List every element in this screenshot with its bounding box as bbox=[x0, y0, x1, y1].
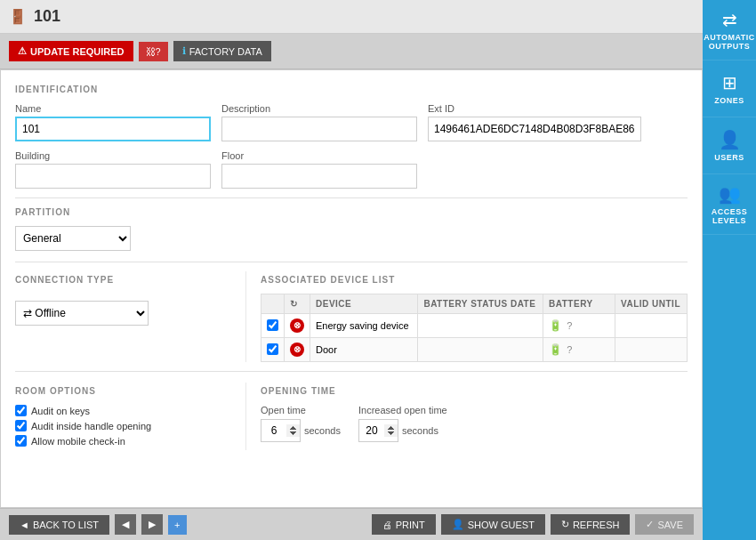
info-icon: ℹ bbox=[182, 45, 186, 57]
increased-open-time-label: Increased open time bbox=[358, 405, 447, 415]
partition-section: PARTITION General bbox=[15, 207, 688, 251]
open-time-field: Open time seconds bbox=[261, 405, 341, 442]
device-status-icon-0: ⊗ bbox=[285, 314, 310, 338]
name-input[interactable] bbox=[15, 117, 211, 141]
battery-question-0: ? bbox=[567, 320, 572, 331]
device-name-0: Energy saving device bbox=[310, 314, 418, 338]
room-opening-section: ROOM OPTIONS Audit on keys Audit inside … bbox=[15, 383, 688, 450]
room-options-header: ROOM OPTIONS bbox=[15, 386, 231, 396]
opening-time-fields: Open time seconds Increased open time bbox=[261, 405, 688, 442]
room-option-2: Allow mobile check-in bbox=[15, 435, 231, 447]
col-battery-date: BATTERY STATUS DATE bbox=[418, 294, 543, 314]
device-row-0: ⊗ Energy saving device 🔋 ? bbox=[261, 314, 688, 338]
prev-icon: ◀ bbox=[122, 519, 129, 529]
col-refresh-icon: ↻ bbox=[285, 294, 310, 314]
valid-until-1 bbox=[615, 338, 688, 362]
col-device: DEVICE bbox=[310, 294, 418, 314]
room-option-check-2[interactable] bbox=[15, 435, 27, 447]
device-row-1: ⊗ Door 🔋 ? bbox=[261, 338, 688, 362]
automatic-outputs-icon: ⇄ bbox=[722, 9, 737, 30]
zones-icon: ⊞ bbox=[722, 72, 737, 93]
sidebar-item-automatic-outputs[interactable]: ⇄ AUTOMATIC OUTPUTS bbox=[703, 0, 756, 60]
open-time-input[interactable] bbox=[261, 419, 301, 442]
save-button[interactable]: ✓ SAVE bbox=[635, 514, 694, 535]
back-to-list-button[interactable]: ◄ BACK TO LIST bbox=[9, 515, 109, 535]
device-check-input-1[interactable] bbox=[267, 343, 278, 355]
print-button[interactable]: 🖨 PRINT bbox=[372, 514, 436, 535]
users-label: USERS bbox=[714, 153, 744, 162]
opening-time-section: OPENING TIME Open time seconds Increase bbox=[246, 383, 688, 450]
room-option-check-1[interactable] bbox=[15, 420, 27, 431]
floor-field: Floor bbox=[221, 150, 417, 189]
room-option-check-0[interactable] bbox=[15, 405, 27, 416]
show-guest-button[interactable]: 👤 SHOW GUEST bbox=[441, 514, 545, 535]
connection-type-header: CONNECTION TYPE bbox=[15, 275, 231, 285]
increased-open-time-field: Increased open time seconds bbox=[358, 405, 447, 442]
associated-device-section: ASSOCIATED DEVICE LIST ↻ DEVICE BATTERY … bbox=[246, 271, 688, 362]
right-sidebar: ⇄ AUTOMATIC OUTPUTS ⊞ ZONES 👤 USERS 👥 AC… bbox=[703, 0, 756, 540]
building-input[interactable] bbox=[15, 164, 211, 189]
room-option-label-2: Allow mobile check-in bbox=[31, 436, 125, 447]
sidebar-item-zones[interactable]: ⊞ ZONES bbox=[703, 60, 756, 117]
description-label: Description bbox=[221, 103, 417, 114]
battery-icon-1: 🔋 bbox=[549, 343, 562, 356]
print-icon: 🖨 bbox=[382, 520, 392, 530]
link-icon: ⛓? bbox=[146, 46, 161, 57]
device-error-icon-1: ⊗ bbox=[290, 343, 304, 357]
ext-id-input[interactable] bbox=[428, 117, 641, 141]
col-battery: BATTERY bbox=[543, 294, 615, 314]
increased-open-time-input[interactable] bbox=[358, 419, 398, 442]
update-required-button[interactable]: ⚠ UPDATE REQUIRED bbox=[9, 41, 133, 61]
ext-id-label: Ext ID bbox=[428, 103, 641, 114]
warning-icon: ⚠ bbox=[18, 45, 27, 57]
open-time-label: Open time bbox=[261, 405, 341, 415]
device-check-input-0[interactable] bbox=[267, 319, 278, 331]
room-option-0: Audit on keys bbox=[15, 405, 231, 416]
ext-id-field: Ext ID bbox=[428, 103, 641, 141]
partition-select[interactable]: General bbox=[15, 226, 131, 251]
factory-data-button[interactable]: ℹ FACTORY DATA bbox=[173, 41, 271, 61]
add-button[interactable]: + bbox=[168, 515, 186, 535]
identification-fields: Name Description Ext ID bbox=[15, 103, 688, 141]
room-options-section: ROOM OPTIONS Audit on keys Audit inside … bbox=[15, 383, 246, 450]
sidebar-item-users[interactable]: 👤 USERS bbox=[703, 117, 756, 174]
refresh-button[interactable]: ↻ REFRESH bbox=[551, 514, 631, 535]
valid-until-0 bbox=[615, 314, 688, 338]
col-valid-until: VALID UNTIL bbox=[615, 294, 688, 314]
opening-time-header: OPENING TIME bbox=[261, 386, 688, 396]
description-input[interactable] bbox=[221, 117, 417, 141]
device-error-icon-0: ⊗ bbox=[290, 318, 304, 333]
link-question-button[interactable]: ⛓? bbox=[139, 42, 168, 61]
form-scroll-area: IDENTIFICATION Name Description Ext ID bbox=[0, 69, 703, 508]
footer: ◄ BACK TO LIST ◀ ▶ + 🖨 PRINT 👤 SHOW GUES… bbox=[0, 508, 703, 540]
increased-open-time-unit: seconds bbox=[402, 425, 438, 436]
floor-label: Floor bbox=[221, 150, 417, 161]
battery-icon-0: 🔋 bbox=[549, 319, 562, 332]
description-field: Description bbox=[221, 103, 417, 141]
battery-status-1: 🔋 ? bbox=[543, 338, 615, 362]
prev-button[interactable]: ◀ bbox=[115, 514, 136, 535]
page-title: 101 bbox=[34, 7, 60, 26]
floor-input[interactable] bbox=[221, 164, 417, 189]
room-option-label-0: Audit on keys bbox=[31, 406, 90, 416]
device-table: ↻ DEVICE BATTERY STATUS DATE BATTERY VAL… bbox=[261, 294, 688, 362]
sidebar-item-access-levels[interactable]: 👥 ACCESS LEVELS bbox=[703, 174, 756, 235]
device-checkbox-1 bbox=[261, 338, 285, 362]
battery-date-1 bbox=[418, 338, 543, 362]
device-checkbox-0 bbox=[261, 314, 285, 338]
device-table-header-row: ↻ DEVICE BATTERY STATUS DATE BATTERY VAL… bbox=[261, 294, 688, 314]
zones-label: ZONES bbox=[714, 96, 744, 105]
footer-right-buttons: 🖨 PRINT 👤 SHOW GUEST ↻ REFRESH ✓ SAVE bbox=[372, 514, 694, 535]
next-button[interactable]: ▶ bbox=[141, 514, 163, 535]
room-option-1: Audit inside handle opening bbox=[15, 420, 231, 431]
identification-section-header: IDENTIFICATION bbox=[15, 85, 688, 94]
connection-device-section: CONNECTION TYPE ⇄ Offline ASSOCIATED DEV… bbox=[15, 271, 688, 362]
door-icon: 🚪 bbox=[9, 8, 27, 25]
automatic-outputs-label: AUTOMATIC OUTPUTS bbox=[704, 33, 755, 51]
refresh-icon: ↻ bbox=[290, 299, 298, 309]
open-time-unit: seconds bbox=[304, 425, 341, 436]
connection-type-select[interactable]: ⇄ Offline bbox=[15, 301, 149, 326]
name-label: Name bbox=[15, 103, 211, 114]
users-icon: 👤 bbox=[719, 129, 741, 150]
toolbar: ⚠ UPDATE REQUIRED ⛓? ℹ FACTORY DATA bbox=[0, 34, 703, 69]
